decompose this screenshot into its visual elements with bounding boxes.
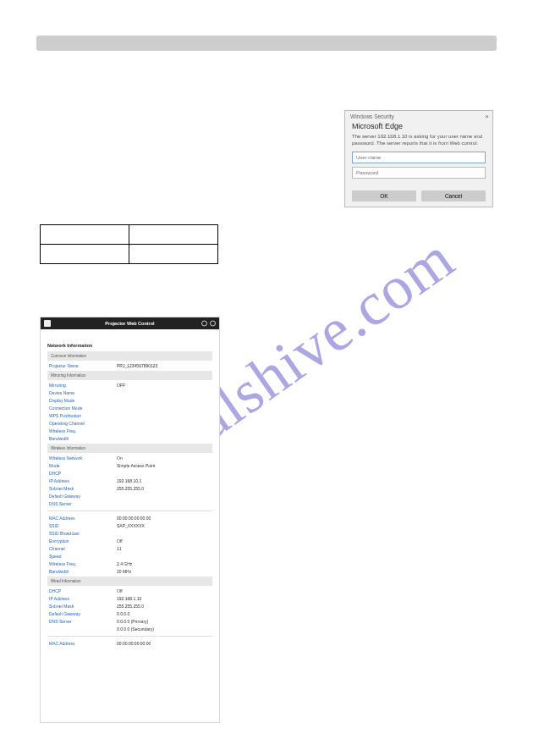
label: Subnet Mask (49, 604, 117, 609)
table-cell (41, 245, 129, 264)
value: 0.0.0.0 (Primary) (117, 619, 148, 624)
value: 11 (117, 546, 122, 551)
value: SAP_XXXXXX (117, 523, 145, 528)
group-common: Common Information (47, 351, 212, 361)
value: 00:00:00:00:00:00 (117, 516, 151, 521)
value: Off (117, 538, 123, 544)
row-projector-name: Projector Name PRJ_1234567890123 (49, 363, 212, 368)
menu-icon[interactable] (44, 320, 51, 327)
info-row: IP Address192.168.1.10 (49, 596, 212, 601)
group-wireless: Wireless Information (47, 444, 212, 453)
info-row: IP Address192.168.10.1 (49, 478, 212, 483)
value: OFF (117, 383, 125, 388)
info-row: Operating Channel (49, 421, 212, 426)
label: MAC Address (49, 641, 117, 646)
dialog-title: Windows Security (350, 113, 394, 119)
panel-header: Projector Web Control (41, 317, 219, 329)
credentials-table (40, 224, 218, 264)
label: MAC Address (49, 516, 117, 521)
info-row: Speed (49, 554, 212, 559)
label: Bandwidth (49, 436, 117, 441)
label: DNS Server (49, 501, 117, 506)
refresh-icon[interactable] (201, 321, 207, 327)
label: Encryption (49, 538, 117, 544)
value: 192.168.1.10 (117, 596, 141, 601)
value: 255.255.255.0 (117, 486, 144, 491)
info-row: Default Gateway (49, 494, 212, 499)
info-row: DHCPOff (49, 588, 212, 593)
section-title: Network Information (47, 343, 212, 348)
cancel-button[interactable]: Cancel (421, 190, 486, 201)
info-row: EncryptionOff (49, 538, 212, 544)
label: Operating Channel (49, 421, 117, 426)
info-row: Wireless Freq. (49, 428, 212, 433)
label: Mode (49, 463, 117, 468)
label: Default Gateway (49, 611, 117, 616)
username-input[interactable] (352, 152, 486, 163)
divider (47, 636, 212, 637)
label: DHCP (49, 588, 117, 593)
label: Display Mode (49, 398, 117, 403)
label: Projector Name (49, 363, 117, 368)
table-cell (129, 225, 218, 245)
label: DNS Server (49, 619, 117, 624)
info-row: ModeSimple Access Point (49, 463, 212, 468)
label: Subnet Mask (49, 486, 117, 491)
info-row: MAC Address00:00:00:00:00:00 (49, 516, 212, 521)
value: Off (117, 588, 123, 593)
web-control-panel: Projector Web Control Network Informatio… (40, 317, 220, 723)
info-row: Subnet Mask255.255.255.0 (49, 486, 212, 491)
info-row: Bandwidth (49, 436, 212, 441)
value: PRJ_1234567890123 (117, 363, 157, 368)
info-row: Bandwidth20 MHz (49, 569, 212, 574)
info-row: Channel11 (49, 546, 212, 551)
info-row: Wireless Freq.2.4 GHz (49, 561, 212, 566)
value: On (117, 455, 123, 461)
value: 255.255.255.0 (117, 604, 144, 609)
label: Wireless Freq. (49, 428, 117, 433)
label: SSID Broadcast (49, 531, 117, 536)
info-row: Device Name (49, 390, 212, 395)
info-row: Connection Mode (49, 406, 212, 411)
info-row: DHCP (49, 471, 212, 476)
label: Wireless Freq. (49, 561, 117, 566)
label: Speed (49, 554, 117, 559)
value: 20 MHz (117, 569, 131, 574)
value: 00:00:00:00:00:00 (117, 641, 151, 646)
label: SSID (49, 523, 117, 528)
dialog-app-name: Microsoft Edge (352, 122, 486, 130)
value: 192.168.10.1 (117, 478, 141, 483)
info-row: Default Gateway0.0.0.0 (49, 611, 212, 616)
value: 0.0.0.0 (Secondary) (117, 626, 154, 632)
label: Channel (49, 546, 117, 551)
info-row: 0.0.0.0 (Secondary) (49, 626, 212, 632)
label: Connection Mode (49, 406, 117, 411)
auth-dialog: Windows Security × Microsoft Edge The se… (344, 110, 493, 207)
label: DHCP (49, 471, 117, 476)
value: 0.0.0.0 (117, 611, 129, 616)
label: Mirroring (49, 383, 117, 388)
info-row: Wireless NetworkOn (49, 455, 212, 461)
info-row: MirroringOFF (49, 383, 212, 388)
info-row: SSID Broadcast (49, 531, 212, 536)
table-cell (129, 245, 218, 264)
label: Default Gateway (49, 494, 117, 499)
divider (47, 510, 212, 511)
page-header-bar (36, 36, 497, 51)
info-row: WPS Pushbutton (49, 413, 212, 418)
info-row: MAC Address00:00:00:00:00:00 (49, 641, 212, 646)
dialog-titlebar: Windows Security × (345, 111, 492, 121)
ok-button[interactable]: OK (352, 190, 416, 201)
info-row: DNS Server (49, 501, 212, 506)
label: IP Address (49, 596, 117, 601)
close-icon[interactable]: × (485, 113, 489, 120)
password-input[interactable] (352, 167, 486, 179)
table-cell (41, 225, 129, 245)
label: Wireless Network (49, 455, 117, 461)
info-row: DNS Server0.0.0.0 (Primary) (49, 619, 212, 624)
gear-icon[interactable] (210, 321, 216, 327)
value: 2.4 GHz (117, 561, 132, 566)
dialog-message: The server 192.168.1.10 is asking for yo… (352, 134, 486, 146)
group-mirroring: Mirroring Information (47, 371, 212, 380)
info-row: Subnet Mask255.255.255.0 (49, 604, 212, 609)
